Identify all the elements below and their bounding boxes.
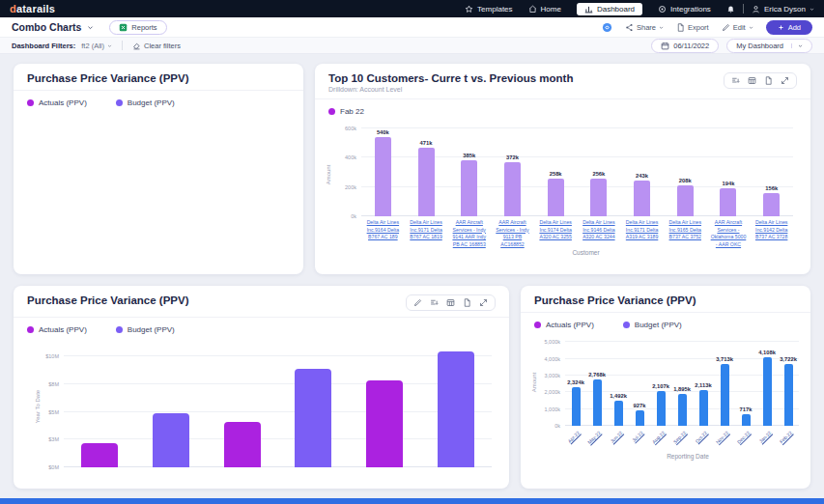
bar[interactable] [593,379,602,426]
bar[interactable] [636,410,644,426]
bar[interactable] [677,185,694,216]
bar[interactable] [678,394,687,426]
x-axis-label[interactable]: Sep-22 [671,428,693,452]
board-title-dropdown[interactable]: Combo Charts [12,21,94,33]
sync-icon[interactable] [602,22,612,33]
legend-item-actuals[interactable]: Actuals (PPV) [27,98,87,107]
bar[interactable] [720,188,736,216]
bar[interactable] [81,443,118,467]
legend-item-budget[interactable]: Budget (PPV) [116,325,175,334]
bar[interactable] [572,387,581,426]
bar[interactable] [657,391,666,426]
bar[interactable] [590,179,607,216]
pencil-icon[interactable] [413,298,422,307]
share-button[interactable]: Share [625,23,664,32]
x-axis-label-text[interactable]: Jul-22 [631,430,644,443]
x-axis-label[interactable]: Delta Air Lines Inc.9165 Delta B737 AC 3… [664,219,707,248]
bar[interactable] [153,413,189,467]
x-axis-label[interactable]: Delta Air Lines Inc.9174 Delta A320 AC 3… [534,219,578,248]
x-axis-label[interactable]: AAR Aircraft Services - Indy 9141 AAR In… [447,219,491,248]
legend-item-budget[interactable]: Budget (PPV) [623,321,682,329]
export-button[interactable]: Export [676,23,709,32]
x-axis-label-text[interactable]: May-22 [586,430,602,445]
date-picker[interactable]: 06/11/2022 [651,39,719,53]
x-axis-label[interactable]: Nov-22 [714,428,735,452]
edit-button[interactable]: Edit [722,23,753,32]
x-axis-label[interactable]: Oct-22 [693,428,714,452]
x-axis-label[interactable]: Delta Air Lines Inc.9171 Delta B767 AC 1… [405,219,448,248]
x-axis-label-text[interactable]: Jan-22 [757,430,772,444]
nav-home[interactable]: Home [528,5,561,14]
x-axis-label[interactable]: AAR Aircraft Services - Indy 9113 PB AC1… [491,219,534,248]
expand-icon[interactable] [479,298,488,307]
filter-dropdown[interactable]: ft2 (All) [81,42,112,50]
bar[interactable] [634,181,650,216]
bar-value-label: 2,324k [567,379,584,385]
legend: Actuals (PPV) Budget (PPV) [14,91,303,109]
bar[interactable] [461,160,477,216]
nav-dashboard[interactable]: Dashboard [577,3,642,15]
bar[interactable] [418,148,435,216]
file-icon[interactable] [463,298,471,307]
x-axis-label-text[interactable]: Nov-22 [715,430,730,445]
bar[interactable] [763,193,780,216]
bar[interactable] [366,380,403,467]
add-button[interactable]: Add [766,20,812,35]
x-axis-label[interactable]: Jan-22 [756,428,778,452]
bar[interactable] [614,401,623,426]
legend-item-actuals[interactable]: Actuals (PPV) [534,321,594,329]
bar[interactable] [375,137,391,216]
legend-item-actuals[interactable]: Actuals (PPV) [27,325,87,334]
x-axis-label-text[interactable]: Sep-22 [672,430,688,445]
x-axis-label-text[interactable]: Dec-22 [736,430,752,445]
bar[interactable] [438,351,474,467]
bar-column: 258k [534,171,578,216]
bars-group: 2,324k2,768k1,492k927k2,107k1,895k2,113k… [565,339,799,426]
file-icon[interactable] [764,76,773,85]
bar[interactable] [699,390,708,426]
x-axis-label[interactable]: Delta Air Lines Inc.9146 Delta A320 AC 3… [578,219,621,248]
x-axis-label-text[interactable]: Apr-22 [566,430,581,444]
datarails-logo[interactable]: datarails [10,3,55,14]
x-axis-label[interactable]: AAR Aircraft Services - Oklahoma 5000 - … [707,219,751,248]
x-axis-label[interactable]: Delta Air Lines Inc.9171 Delta A319 AC 3… [620,219,664,248]
x-axis-label-text[interactable]: Aug-22 [651,430,667,445]
bar[interactable] [224,422,261,467]
sort-list-icon[interactable] [731,76,740,85]
bell-icon[interactable] [726,5,735,14]
nav-templates[interactable]: Templates [465,5,512,14]
bar-column: 385k [447,153,491,216]
x-axis-label[interactable]: Aug-22 [650,428,671,452]
bar[interactable] [295,369,331,467]
x-axis-label[interactable]: May-22 [586,428,608,452]
x-axis-label-text[interactable]: Jun-22 [609,430,623,444]
x-axis-label-text[interactable]: Oct-22 [694,430,708,444]
legend-item-budget[interactable]: Budget (PPV) [116,98,175,107]
bar[interactable] [721,364,729,426]
reports-button[interactable]: Reports [109,20,166,35]
x-axis-label[interactable]: Dec-22 [735,428,756,452]
bar[interactable] [742,414,751,426]
clear-filters-button[interactable]: Clear filters [132,42,181,50]
x-axis-label-text[interactable]: Feb-22 [779,430,793,444]
table-icon[interactable] [446,298,455,307]
dashboard-select-chevron[interactable] [791,43,803,48]
expand-icon[interactable] [781,76,789,85]
bar[interactable] [763,357,772,426]
nav-integrations[interactable]: Integrations [658,5,711,14]
bar[interactable] [548,179,564,216]
dashboard-select[interactable]: My Dashboard [726,39,812,53]
x-axis-label[interactable]: Apr-22 [565,428,586,452]
legend-item-feb[interactable]: Fab 22 [328,107,364,116]
sort-list-icon[interactable] [430,298,439,307]
bar[interactable] [504,162,521,216]
x-axis-label[interactable]: Delta Air Lines Inc.9142 Delta B737 AC 3… [750,219,793,248]
x-axis-label[interactable]: Jun-22 [608,428,629,452]
x-axis-label[interactable]: Feb-22 [778,428,799,452]
y-axis-tick: $3M [48,436,59,442]
x-axis-label[interactable]: Delta Air Lines Inc.9164 Delta B767 AC 1… [361,219,405,248]
user-menu[interactable]: Erica Dyson [752,5,814,14]
x-axis-label[interactable]: Jul-22 [629,428,650,452]
bar[interactable] [784,364,793,426]
table-icon[interactable] [748,76,756,85]
